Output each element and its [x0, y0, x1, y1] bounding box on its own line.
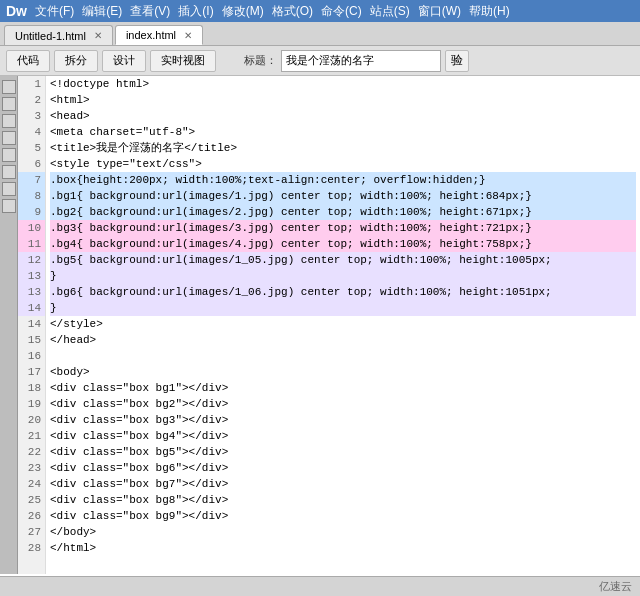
code-btn[interactable]: 代码: [6, 50, 50, 72]
menu-file[interactable]: 文件(F): [35, 3, 74, 20]
code-container: 1234567891011121313141415161718192021222…: [18, 76, 640, 574]
menu-command[interactable]: 命令(C): [321, 3, 362, 20]
tool-8[interactable]: [2, 199, 16, 213]
code-editor[interactable]: <!doctype html><html><head><meta charset…: [46, 76, 640, 574]
code-line: <!doctype html>: [50, 76, 636, 92]
menu-window[interactable]: 窗口(W): [418, 3, 461, 20]
line-numbers: 1234567891011121313141415161718192021222…: [18, 76, 46, 574]
tab-index-close[interactable]: ✕: [184, 30, 192, 41]
code-line: <div class="box bg5"></div>: [50, 444, 636, 460]
menu-help[interactable]: 帮助(H): [469, 3, 510, 20]
left-toolbar: [0, 76, 18, 574]
tool-1[interactable]: [2, 80, 16, 94]
code-line: <div class="box bg8"></div>: [50, 492, 636, 508]
tab-index[interactable]: index.html ✕: [115, 25, 203, 45]
tab-index-label: index.html: [126, 29, 176, 41]
tab-untitled[interactable]: Untitled-1.html ✕: [4, 25, 113, 45]
code-line: <div class="box bg4"></div>: [50, 428, 636, 444]
tool-4[interactable]: [2, 131, 16, 145]
tool-5[interactable]: [2, 148, 16, 162]
live-btn[interactable]: 实时视图: [150, 50, 216, 72]
menu-modify[interactable]: 修改(M): [222, 3, 264, 20]
code-line: <title>我是个淫荡的名字</title>: [50, 140, 636, 156]
tab-bar: Untitled-1.html ✕ index.html ✕: [0, 22, 640, 46]
code-line: </body>: [50, 524, 636, 540]
code-line: <div class="box bg7"></div>: [50, 476, 636, 492]
code-line: .bg3{ background:url(images/3.jpg) cente…: [50, 220, 636, 236]
menu-view[interactable]: 查看(V): [130, 3, 170, 20]
code-line: <div class="box bg6"></div>: [50, 460, 636, 476]
tab-untitled-close[interactable]: ✕: [94, 30, 102, 41]
status-bar: 亿速云: [0, 576, 640, 596]
code-line: <head>: [50, 108, 636, 124]
code-line: }: [50, 300, 636, 316]
code-line: .box{height:200px; width:100%;text-align…: [50, 172, 636, 188]
title-label: 标题：: [244, 53, 277, 68]
tool-3[interactable]: [2, 114, 16, 128]
menu-site[interactable]: 站点(S): [370, 3, 410, 20]
code-line: </head>: [50, 332, 636, 348]
code-line: <div class="box bg2"></div>: [50, 396, 636, 412]
code-line: <html>: [50, 92, 636, 108]
tool-2[interactable]: [2, 97, 16, 111]
title-input[interactable]: [281, 50, 441, 72]
code-line: .bg2{ background:url(images/2.jpg) cente…: [50, 204, 636, 220]
toolbar: 代码 拆分 设计 实时视图 标题： 验: [0, 46, 640, 76]
code-line: .bg5{ background:url(images/1_05.jpg) ce…: [50, 252, 636, 268]
code-line: <div class="box bg1"></div>: [50, 380, 636, 396]
watermark: 亿速云: [599, 579, 632, 594]
code-line: <div class="box bg9"></div>: [50, 508, 636, 524]
code-line: <style type="text/css">: [50, 156, 636, 172]
code-line: .bg6{ background:url(images/1_06.jpg) ce…: [50, 284, 636, 300]
main-area: 1234567891011121313141415161718192021222…: [0, 76, 640, 574]
code-line: .bg1{ background:url(images/1.jpg) cente…: [50, 188, 636, 204]
code-line: </style>: [50, 316, 636, 332]
code-line: <meta charset="utf-8">: [50, 124, 636, 140]
code-line: <body>: [50, 364, 636, 380]
tool-7[interactable]: [2, 182, 16, 196]
app-title: Dw: [6, 3, 27, 19]
code-line: }: [50, 268, 636, 284]
title-bar: Dw 文件(F) 编辑(E) 查看(V) 插入(I) 修改(M) 格式(O) 命…: [0, 0, 640, 22]
verify-btn[interactable]: 验: [445, 50, 469, 72]
split-btn[interactable]: 拆分: [54, 50, 98, 72]
design-btn[interactable]: 设计: [102, 50, 146, 72]
menu-insert[interactable]: 插入(I): [178, 3, 213, 20]
menu-edit[interactable]: 编辑(E): [82, 3, 122, 20]
tool-6[interactable]: [2, 165, 16, 179]
menu-format[interactable]: 格式(O): [272, 3, 313, 20]
tab-untitled-label: Untitled-1.html: [15, 30, 86, 42]
code-line: .bg4{ background:url(images/4.jpg) cente…: [50, 236, 636, 252]
code-line: [50, 348, 636, 364]
code-line: <div class="box bg3"></div>: [50, 412, 636, 428]
code-line: </html>: [50, 540, 636, 556]
